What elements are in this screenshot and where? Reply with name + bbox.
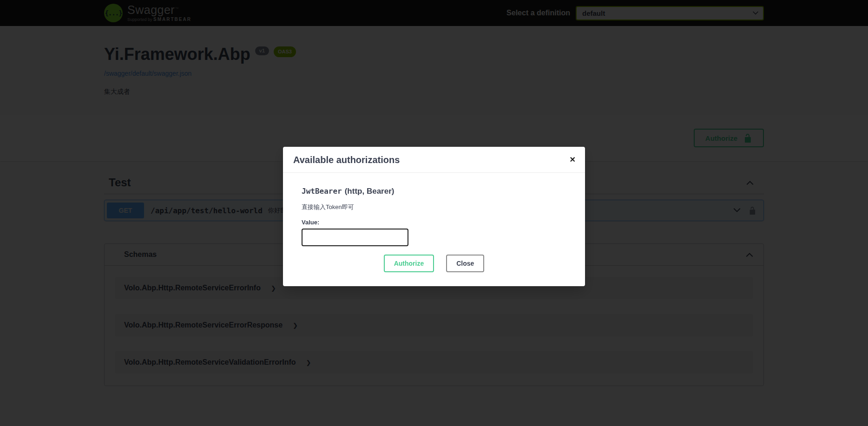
close-icon[interactable]: ✕: [568, 154, 578, 165]
auth-scheme-name: JwtBearer: [302, 187, 342, 196]
modal-close-button[interactable]: Close: [446, 255, 484, 272]
modal-content: JwtBearer (http, Bearer) 直接输入Token即可 Val…: [283, 173, 585, 286]
modal-title: Available authorizations: [293, 155, 400, 165]
value-label: Value:: [302, 219, 566, 226]
authorizations-modal: Available authorizations ✕ JwtBearer (ht…: [283, 147, 585, 286]
modal-header: Available authorizations ✕: [283, 147, 585, 173]
modal-actions: Authorize Close: [302, 255, 566, 272]
token-value-input[interactable]: [302, 229, 408, 246]
auth-scheme-heading: JwtBearer (http, Bearer): [302, 187, 566, 196]
auth-scheme-type: (http, Bearer): [345, 187, 395, 196]
auth-scheme-description: 直接输入Token即可: [302, 203, 566, 211]
modal-authorize-button[interactable]: Authorize: [384, 255, 434, 272]
